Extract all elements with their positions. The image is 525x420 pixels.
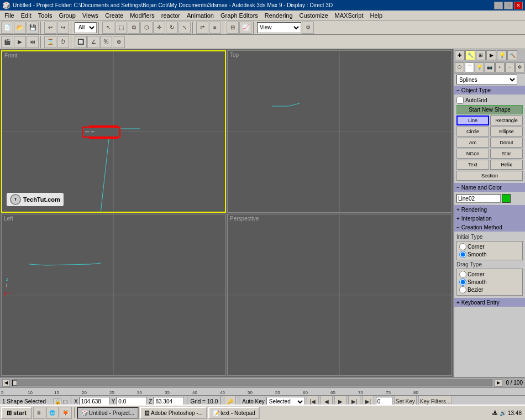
circle-button[interactable]: Circle (456, 127, 489, 136)
menu-animation[interactable]: Animation (183, 12, 217, 19)
menu-help[interactable]: Help (367, 12, 386, 19)
render-last-button[interactable]: ⏮ (27, 36, 39, 48)
show-desktop-icon[interactable]: 🖥 (33, 407, 45, 419)
undo-button[interactable]: ↩ (44, 22, 56, 34)
viewport-front[interactable]: Front ─ ─ T TechTut.com (1, 50, 226, 213)
timeline-move-right-button[interactable]: ▶ (495, 379, 502, 387)
open-button[interactable]: 📂 (14, 22, 26, 34)
helpers-subtab[interactable]: + (495, 62, 505, 72)
firefox-icon[interactable]: 🦊 (60, 407, 72, 419)
lights-subtab[interactable]: 💡 (475, 62, 484, 72)
ngon-button[interactable]: NGon (456, 149, 489, 159)
menu-edit[interactable]: Edit (18, 12, 35, 19)
section-button[interactable]: Section (456, 171, 523, 181)
menu-maxscript[interactable]: MAXScript (332, 12, 367, 19)
timeline-track[interactable] (12, 380, 492, 386)
render-setup-button[interactable]: 🎬 (1, 36, 13, 48)
taskbar-photoshop-button[interactable]: 🖼 Adobe Photoshop -... (140, 407, 207, 419)
menu-rendering[interactable]: Rendering (261, 12, 296, 19)
ellipse-button[interactable]: Ellipse (490, 127, 523, 136)
menu-customize[interactable]: Customize (296, 12, 332, 19)
minimize-button[interactable]: _ (494, 2, 503, 9)
line-button[interactable]: Line (456, 116, 489, 125)
render-button[interactable]: ▶ (14, 36, 26, 48)
align-button[interactable]: ≡ (209, 22, 221, 34)
viewport-left[interactable]: Left z | y— (1, 214, 226, 376)
viewport-perspective[interactable]: Perspective (227, 214, 452, 376)
create-tab-button[interactable]: ✚ (455, 50, 465, 60)
name-color-header[interactable]: − Name and Color (454, 183, 525, 192)
mirror-button[interactable]: ⇌ (196, 22, 208, 34)
close-button[interactable]: ✕ (514, 2, 523, 9)
arc-button[interactable]: Arc (456, 138, 489, 148)
select-filter-dropdown[interactable]: ⬡ (140, 22, 153, 34)
named-sel-sets-dropdown[interactable]: All (75, 22, 97, 33)
snap-toggle-button[interactable]: 🔲 (75, 36, 87, 48)
motion-tab-button[interactable]: ▶ (486, 50, 496, 60)
percent-snap-button[interactable]: % (100, 36, 112, 48)
redo-button[interactable]: ↪ (57, 22, 69, 34)
viewport-layout-dropdown[interactable]: View (257, 22, 301, 33)
taskbar-3dsmax-button[interactable]: 🎲 Untitled - Project... (77, 407, 139, 419)
curve-editor-button[interactable]: 📈 (239, 22, 251, 34)
drag-bezier-radio[interactable] (459, 286, 466, 293)
helix-button[interactable]: Helix (490, 160, 523, 170)
donut-button[interactable]: Donut (490, 138, 523, 148)
menu-group[interactable]: Group (55, 12, 79, 19)
spinner-snap-button[interactable]: ⊕ (113, 36, 125, 48)
modify-tab-button[interactable]: 🔧 (465, 50, 475, 60)
text-button[interactable]: Text (456, 160, 489, 170)
scale-button[interactable]: ⤡ (179, 22, 191, 34)
select-object-button[interactable]: ↖ (102, 22, 114, 34)
star-button[interactable]: Star (490, 149, 523, 159)
corner-radio[interactable] (459, 243, 466, 250)
rectangle-button[interactable]: Rectangle (490, 116, 523, 125)
spacewarps-subtab[interactable]: ~ (505, 62, 514, 72)
key-mode-button[interactable]: ⌛ (44, 36, 56, 48)
save-button[interactable]: 💾 (27, 22, 39, 34)
layer-manager-button[interactable]: ⊟ (227, 22, 239, 34)
menu-views[interactable]: Views (79, 12, 102, 19)
new-button[interactable]: 📄 (1, 22, 13, 34)
interpolation-header[interactable]: + Interpolation (454, 214, 525, 223)
systems-subtab[interactable]: ⚙ (515, 62, 524, 72)
smooth-radio[interactable] (459, 251, 466, 258)
menu-modifiers[interactable]: Modifiers (127, 12, 158, 19)
drag-corner-radio[interactable] (459, 271, 466, 278)
geometry-subtab[interactable]: ⬡ (455, 62, 464, 72)
keyboard-entry-header[interactable]: + Keyboard Entry (454, 298, 525, 307)
hierarchy-tab-button[interactable]: ⊞ (476, 50, 486, 60)
object-color-swatch[interactable] (502, 194, 511, 203)
viewport-top[interactable]: Top (227, 50, 452, 213)
rendering-header[interactable]: + Rendering (454, 205, 525, 214)
move-button[interactable]: ✛ (153, 22, 165, 34)
ie-icon[interactable]: 🌐 (46, 407, 59, 419)
menu-graph-editors[interactable]: Graph Editors (217, 12, 261, 19)
splines-category-dropdown[interactable]: Splines (456, 75, 517, 85)
autogrid-checkbox[interactable] (456, 97, 464, 104)
rotate-button[interactable]: ↻ (166, 22, 178, 34)
drag-smooth-radio[interactable] (459, 279, 466, 286)
time-config-button[interactable]: ⏱ (57, 36, 69, 48)
shapes-subtab[interactable]: ⌒ (465, 62, 474, 72)
display-tab-button[interactable]: 💡 (497, 50, 507, 60)
menu-reactor[interactable]: reactor (158, 12, 183, 19)
creation-method-header[interactable]: − Creation Method (454, 223, 525, 232)
object-type-header[interactable]: − Object Type (454, 86, 525, 95)
timeline-move-left-button[interactable]: ◀ (2, 379, 10, 387)
taskbar-notepad-button[interactable]: 📝 text - Notepad (208, 407, 260, 419)
start-new-shape-button[interactable]: Start New Shape (456, 105, 523, 114)
menu-tools[interactable]: Tools (35, 12, 56, 19)
select-region-button[interactable]: ⬚ (115, 22, 127, 34)
timeline-position-slider[interactable] (13, 380, 17, 386)
object-name-input[interactable] (456, 194, 501, 203)
maximize-button[interactable]: □ (504, 2, 513, 9)
select-crossing-button[interactable]: ⧉ (128, 22, 140, 34)
utilities-tab-button[interactable]: 🔨 (507, 50, 517, 60)
start-button[interactable]: ⊞ start (1, 407, 32, 419)
menu-file[interactable]: File (1, 12, 18, 19)
menu-create[interactable]: Create (102, 12, 127, 19)
viewport-options-button[interactable]: ⚙ (302, 22, 314, 34)
angle-snap-button[interactable]: ∠ (87, 36, 99, 48)
cameras-subtab[interactable]: 📷 (485, 62, 494, 72)
